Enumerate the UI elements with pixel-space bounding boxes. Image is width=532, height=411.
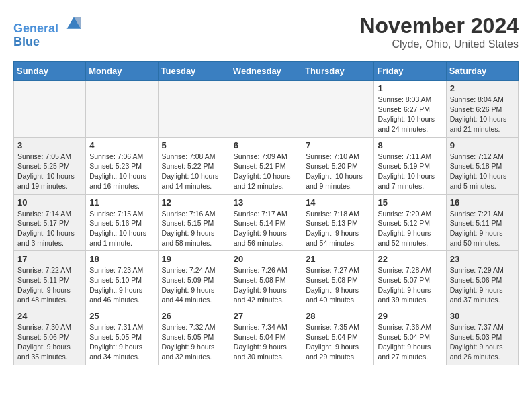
day-number: 1 bbox=[378, 83, 442, 93]
day-info: Sunrise: 7:31 AMSunset: 5:05 PMDaylight:… bbox=[89, 322, 154, 362]
day-info: Sunrise: 7:36 AMSunset: 5:04 PMDaylight:… bbox=[378, 322, 442, 362]
day-number: 11 bbox=[89, 197, 154, 208]
day-number: 30 bbox=[450, 311, 515, 321]
day-info: Sunrise: 7:21 AMSunset: 5:11 PMDaylight:… bbox=[450, 209, 515, 248]
day-number: 4 bbox=[89, 140, 154, 150]
day-number: 18 bbox=[89, 254, 154, 264]
weekday-header-monday: Monday bbox=[86, 62, 158, 81]
day-number: 13 bbox=[234, 197, 298, 208]
day-info: Sunrise: 7:37 AMSunset: 5:03 PMDaylight:… bbox=[450, 322, 515, 362]
day-info: Sunrise: 8:03 AMSunset: 6:27 PMDaylight:… bbox=[378, 95, 442, 134]
calendar-cell: 28Sunrise: 7:35 AMSunset: 5:04 PMDayligh… bbox=[302, 308, 374, 365]
weekday-header-saturday: Saturday bbox=[446, 62, 518, 81]
logo-icon bbox=[64, 13, 83, 32]
day-number: 7 bbox=[306, 140, 370, 150]
day-info: Sunrise: 7:26 AMSunset: 5:08 PMDaylight:… bbox=[234, 265, 298, 305]
calendar-cell: 26Sunrise: 7:32 AMSunset: 5:05 PMDayligh… bbox=[158, 308, 230, 365]
calendar-week-3: 10Sunrise: 7:14 AMSunset: 5:17 PMDayligh… bbox=[14, 194, 519, 251]
day-number: 5 bbox=[162, 140, 226, 150]
day-number: 29 bbox=[378, 311, 442, 321]
day-number: 9 bbox=[450, 140, 515, 150]
calendar-cell: 12Sunrise: 7:16 AMSunset: 5:15 PMDayligh… bbox=[158, 194, 230, 251]
logo: General Blue bbox=[13, 13, 83, 49]
day-number: 25 bbox=[89, 311, 154, 321]
calendar-cell: 2Sunrise: 8:04 AMSunset: 6:26 PMDaylight… bbox=[446, 81, 518, 138]
weekday-header-thursday: Thursday bbox=[302, 62, 374, 81]
calendar-cell: 21Sunrise: 7:27 AMSunset: 5:08 PMDayligh… bbox=[302, 251, 374, 308]
day-info: Sunrise: 7:28 AMSunset: 5:07 PMDaylight:… bbox=[378, 265, 442, 305]
page-header: General Blue November 2024 Clyde, Ohio, … bbox=[13, 13, 519, 50]
weekday-header-wednesday: Wednesday bbox=[230, 62, 302, 81]
calendar-cell bbox=[14, 81, 86, 138]
day-number: 26 bbox=[162, 311, 226, 321]
day-number: 15 bbox=[378, 197, 442, 208]
day-info: Sunrise: 7:10 AMSunset: 5:20 PMDaylight:… bbox=[306, 152, 370, 191]
calendar-cell bbox=[302, 81, 374, 138]
calendar-cell: 1Sunrise: 8:03 AMSunset: 6:27 PMDaylight… bbox=[374, 81, 446, 138]
day-info: Sunrise: 7:20 AMSunset: 5:12 PMDaylight:… bbox=[378, 209, 442, 248]
calendar-cell: 23Sunrise: 7:29 AMSunset: 5:06 PMDayligh… bbox=[446, 251, 518, 308]
day-number: 20 bbox=[234, 254, 298, 264]
calendar-cell: 27Sunrise: 7:34 AMSunset: 5:04 PMDayligh… bbox=[230, 308, 302, 365]
location: Clyde, Ohio, United States bbox=[359, 38, 519, 50]
calendar-cell: 8Sunrise: 7:11 AMSunset: 5:19 PMDaylight… bbox=[374, 137, 446, 194]
calendar-cell: 6Sunrise: 7:09 AMSunset: 5:21 PMDaylight… bbox=[230, 137, 302, 194]
calendar-cell bbox=[86, 81, 158, 138]
day-info: Sunrise: 7:30 AMSunset: 5:06 PMDaylight:… bbox=[17, 322, 82, 362]
calendar-cell: 15Sunrise: 7:20 AMSunset: 5:12 PMDayligh… bbox=[374, 194, 446, 251]
calendar-cell: 16Sunrise: 7:21 AMSunset: 5:11 PMDayligh… bbox=[446, 194, 518, 251]
day-info: Sunrise: 7:05 AMSunset: 5:25 PMDaylight:… bbox=[17, 152, 82, 191]
calendar-cell: 22Sunrise: 7:28 AMSunset: 5:07 PMDayligh… bbox=[374, 251, 446, 308]
weekday-header-sunday: Sunday bbox=[14, 62, 86, 81]
day-info: Sunrise: 7:16 AMSunset: 5:15 PMDaylight:… bbox=[162, 209, 226, 248]
day-info: Sunrise: 7:17 AMSunset: 5:14 PMDaylight:… bbox=[234, 209, 298, 248]
day-info: Sunrise: 7:15 AMSunset: 5:16 PMDaylight:… bbox=[89, 209, 154, 248]
calendar-cell: 10Sunrise: 7:14 AMSunset: 5:17 PMDayligh… bbox=[14, 194, 86, 251]
logo-blue: Blue bbox=[13, 36, 83, 49]
day-info: Sunrise: 7:09 AMSunset: 5:21 PMDaylight:… bbox=[234, 152, 298, 191]
day-number: 24 bbox=[17, 311, 82, 321]
day-number: 28 bbox=[306, 311, 370, 321]
day-number: 12 bbox=[162, 197, 226, 208]
weekday-header-friday: Friday bbox=[374, 62, 446, 81]
calendar-cell: 24Sunrise: 7:30 AMSunset: 5:06 PMDayligh… bbox=[14, 308, 86, 365]
weekday-header-tuesday: Tuesday bbox=[158, 62, 230, 81]
calendar-cell: 7Sunrise: 7:10 AMSunset: 5:20 PMDaylight… bbox=[302, 137, 374, 194]
day-info: Sunrise: 7:34 AMSunset: 5:04 PMDaylight:… bbox=[234, 322, 298, 362]
day-number: 19 bbox=[162, 254, 226, 264]
calendar-cell: 13Sunrise: 7:17 AMSunset: 5:14 PMDayligh… bbox=[230, 194, 302, 251]
calendar-week-2: 3Sunrise: 7:05 AMSunset: 5:25 PMDaylight… bbox=[14, 137, 519, 194]
calendar-cell: 4Sunrise: 7:06 AMSunset: 5:23 PMDaylight… bbox=[86, 137, 158, 194]
day-info: Sunrise: 7:12 AMSunset: 5:18 PMDaylight:… bbox=[450, 152, 515, 191]
day-number: 2 bbox=[450, 83, 515, 93]
calendar-week-1: 1Sunrise: 8:03 AMSunset: 6:27 PMDaylight… bbox=[14, 81, 519, 138]
day-number: 22 bbox=[378, 254, 442, 264]
title-block: November 2024 Clyde, Ohio, United States bbox=[359, 13, 519, 50]
day-number: 10 bbox=[17, 197, 82, 208]
day-number: 8 bbox=[378, 140, 442, 150]
day-info: Sunrise: 7:06 AMSunset: 5:23 PMDaylight:… bbox=[89, 152, 154, 191]
calendar-cell: 3Sunrise: 7:05 AMSunset: 5:25 PMDaylight… bbox=[14, 137, 86, 194]
calendar-body: 1Sunrise: 8:03 AMSunset: 6:27 PMDaylight… bbox=[14, 81, 519, 365]
calendar-cell: 17Sunrise: 7:22 AMSunset: 5:11 PMDayligh… bbox=[14, 251, 86, 308]
calendar-cell: 19Sunrise: 7:24 AMSunset: 5:09 PMDayligh… bbox=[158, 251, 230, 308]
calendar-table: SundayMondayTuesdayWednesdayThursdayFrid… bbox=[13, 61, 519, 365]
calendar-week-4: 17Sunrise: 7:22 AMSunset: 5:11 PMDayligh… bbox=[14, 251, 519, 308]
day-info: Sunrise: 7:29 AMSunset: 5:06 PMDaylight:… bbox=[450, 265, 515, 305]
day-number: 21 bbox=[306, 254, 370, 264]
calendar-cell bbox=[158, 81, 230, 138]
day-info: Sunrise: 7:22 AMSunset: 5:11 PMDaylight:… bbox=[17, 265, 82, 305]
day-info: Sunrise: 8:04 AMSunset: 6:26 PMDaylight:… bbox=[450, 95, 515, 134]
calendar-week-5: 24Sunrise: 7:30 AMSunset: 5:06 PMDayligh… bbox=[14, 308, 519, 365]
day-number: 27 bbox=[234, 311, 298, 321]
day-number: 6 bbox=[234, 140, 298, 150]
logo-general: General bbox=[13, 21, 58, 35]
day-number: 14 bbox=[306, 197, 370, 208]
calendar-cell bbox=[230, 81, 302, 138]
day-info: Sunrise: 7:35 AMSunset: 5:04 PMDaylight:… bbox=[306, 322, 370, 362]
day-info: Sunrise: 7:11 AMSunset: 5:19 PMDaylight:… bbox=[378, 152, 442, 191]
calendar-cell: 9Sunrise: 7:12 AMSunset: 5:18 PMDaylight… bbox=[446, 137, 518, 194]
calendar-cell: 30Sunrise: 7:37 AMSunset: 5:03 PMDayligh… bbox=[446, 308, 518, 365]
day-info: Sunrise: 7:24 AMSunset: 5:09 PMDaylight:… bbox=[162, 265, 226, 305]
day-number: 17 bbox=[17, 254, 82, 264]
